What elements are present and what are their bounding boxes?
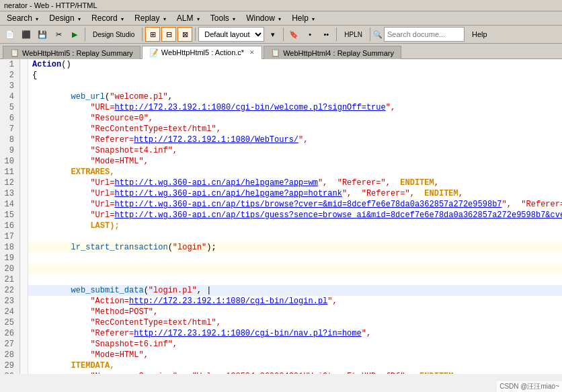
- sep6: [370, 28, 370, 41]
- design-studio-btn[interactable]: Design Studio: [88, 27, 139, 42]
- tab-replay-summary-4[interactable]: 📋 WebHttpHtml4 : Replay Summary: [264, 46, 401, 59]
- cut-btn[interactable]: ✂: [51, 27, 66, 42]
- menu-search[interactable]: Search ▾: [1, 12, 44, 24]
- tab-icon-2: 📝: [149, 48, 159, 57]
- code-line[interactable]: ITEMDATA,: [28, 360, 562, 371]
- line-number: 30: [3, 371, 17, 374]
- code-line[interactable]: "Method=POST",: [28, 307, 562, 317]
- sep1: [85, 28, 85, 41]
- line-numbers: 1234567891011121314151617181920212223242…: [0, 59, 20, 374]
- line-number: 1: [3, 59, 17, 70]
- code-line[interactable]: web_submit_data("login.pl", |: [28, 285, 562, 296]
- code-line[interactable]: "RecContentType=text/html",: [28, 124, 562, 134]
- tab-action-c[interactable]: 📝 WebHttpHtml5 : Action.c* ✕: [142, 46, 262, 59]
- line-number: 8: [3, 134, 17, 145]
- code-line[interactable]: [28, 231, 562, 242]
- code-line[interactable]: lr_start_transaction("login");: [28, 242, 562, 253]
- tab-replay-summary-1[interactable]: 📋 WebHttpHtml5 : Replay Summary: [3, 46, 140, 59]
- help-btn[interactable]: Help: [466, 27, 493, 42]
- code-line[interactable]: "Resource=0",: [28, 113, 562, 124]
- editor-container: 1234567891011121314151617181920212223242…: [0, 59, 562, 374]
- line-number: 17: [3, 231, 17, 242]
- code-line[interactable]: [28, 253, 562, 264]
- line-number: 12: [3, 178, 17, 188]
- line-number: 15: [3, 210, 17, 221]
- line-number: 7: [3, 124, 17, 134]
- app-title: nerator - Web - HTTP/HTML: [4, 1, 97, 9]
- sep5: [336, 28, 337, 41]
- grid-btn2[interactable]: ⊟: [161, 27, 176, 42]
- code-line[interactable]: EXTRARES,: [28, 167, 562, 178]
- code-line[interactable]: "Snapshot=t4.inf",: [28, 145, 562, 156]
- sep3: [195, 28, 196, 41]
- hpln-btn[interactable]: HPLN: [339, 27, 367, 42]
- line-number: 27: [3, 339, 17, 350]
- new-btn[interactable]: 📄: [3, 27, 17, 42]
- menu-alm[interactable]: ALM ▾: [171, 12, 205, 24]
- grid-btn3[interactable]: ⊠: [177, 27, 192, 42]
- tab-label-3: WebHttpHtml4 : Replay Summary: [283, 49, 394, 57]
- dot-btn2[interactable]: ••: [319, 27, 333, 42]
- line-number: 28: [3, 350, 17, 360]
- line-number: 13: [3, 188, 17, 199]
- dot-btn1[interactable]: •: [303, 27, 317, 42]
- line-number: 14: [3, 199, 17, 210]
- code-line[interactable]: "Url=http://t.wg.360-api.cn/api/helpgame…: [28, 178, 562, 188]
- code-line[interactable]: "Url=http://t.wg.360-api.cn/ap/tips/brow…: [28, 199, 562, 210]
- tab-label-2: WebHttpHtml5 : Action.c*: [161, 48, 244, 56]
- layout-arrow[interactable]: ▾: [266, 27, 280, 42]
- code-area[interactable]: Action(){ web_url("welcome.pl", "URL=htt…: [28, 59, 562, 374]
- line-number: 11: [3, 167, 17, 178]
- play-btn[interactable]: ▶: [67, 27, 82, 42]
- tab-icon-3: 📋: [271, 48, 280, 57]
- line-number: 19: [3, 253, 17, 264]
- code-line[interactable]: web_url("welcome.pl",: [28, 91, 562, 102]
- bookmark-btn[interactable]: 🔖: [286, 27, 301, 42]
- code-line[interactable]: "Mode=HTML",: [28, 350, 562, 360]
- menu-replay[interactable]: Replay ▾: [129, 12, 171, 24]
- line-number: 24: [3, 307, 17, 317]
- code-line[interactable]: "Referer=http://172.23.192.1:1080/WebTou…: [28, 134, 562, 145]
- line-number: 23: [3, 296, 17, 307]
- code-line[interactable]: "Snapshot=t6.inf",: [28, 339, 562, 350]
- stop-btn[interactable]: ⬛: [19, 27, 34, 42]
- menu-window[interactable]: Window ▾: [241, 12, 286, 24]
- code-line[interactable]: "Name=userSession", "Value=138594.260024…: [28, 371, 562, 374]
- line-number: 26: [3, 328, 17, 339]
- line-number: 18: [3, 242, 17, 253]
- toolbar: 📄 ⬛ 💾 ✂ ▶ Design Studio ⊞ ⊟ ⊠ Default la…: [0, 26, 562, 44]
- menu-record[interactable]: Record ▾: [86, 12, 129, 24]
- code-line[interactable]: [28, 274, 562, 285]
- save-btn[interactable]: 💾: [35, 27, 50, 42]
- menu-tools[interactable]: Tools ▾: [205, 12, 241, 24]
- code-line[interactable]: "URL=http://172.23.192.1:1080/cgi-bin/we…: [28, 102, 562, 113]
- code-line[interactable]: "RecContentType=text/html",: [28, 317, 562, 328]
- code-line[interactable]: {: [28, 70, 562, 81]
- sep2: [142, 28, 143, 41]
- line-number: 29: [3, 360, 17, 371]
- search-input[interactable]: [384, 27, 465, 42]
- code-line[interactable]: "Url=http://t.wg.360-api.cn/ap/tips/gues…: [28, 210, 562, 221]
- line-number: 25: [3, 317, 17, 328]
- tab-icon-1: 📋: [10, 48, 19, 57]
- line-number: 4: [3, 91, 17, 102]
- tab-close-2[interactable]: ✕: [249, 49, 255, 56]
- line-number: 22: [3, 285, 17, 296]
- line-number: 5: [3, 102, 17, 113]
- line-number: 20: [3, 264, 17, 274]
- line-number: 10: [3, 156, 17, 167]
- code-line[interactable]: "Mode=HTML",: [28, 156, 562, 167]
- code-line[interactable]: [28, 81, 562, 91]
- code-line[interactable]: "Action=http://172.23.192.1:1080/cgi-bin…: [28, 296, 562, 307]
- code-line[interactable]: [28, 264, 562, 274]
- menu-help[interactable]: Help ▾: [286, 12, 320, 24]
- menu-design[interactable]: Design ▾: [44, 12, 86, 24]
- layout-select[interactable]: Default layout: [198, 27, 264, 42]
- grid-btn1[interactable]: ⊞: [145, 27, 160, 42]
- sep4: [283, 28, 284, 41]
- code-line[interactable]: Action(): [28, 59, 562, 70]
- line-number: 16: [3, 221, 17, 231]
- code-line[interactable]: "Referer=http://172.23.192.1:1080/cgi-bi…: [28, 328, 562, 339]
- code-line[interactable]: "Url=http://t.wg.360-api.cn/api/helpgame…: [28, 188, 562, 199]
- code-line[interactable]: LAST);: [28, 221, 562, 231]
